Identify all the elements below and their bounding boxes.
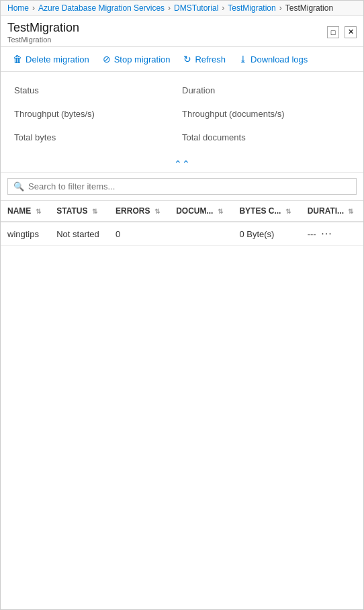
download-logs-button[interactable]: ⤓ Download logs (234, 51, 313, 67)
header-row: NAME ⇅ STATUS ⇅ ERRORS ⇅ DOCUM... (1, 201, 363, 222)
col-duration: DURATI... ⇅ (301, 201, 363, 222)
table-header: NAME ⇅ STATUS ⇅ ERRORS ⇅ DOCUM... (1, 201, 363, 222)
search-input[interactable] (28, 181, 351, 191)
refresh-label: Refresh (195, 54, 226, 64)
breadcrumb-sep-4: › (279, 3, 282, 13)
title-bar: TestMigration TestMigration □ ✕ (1, 16, 363, 47)
cell-duration: --- ··· (301, 222, 363, 246)
search-icon: 🔍 (13, 181, 24, 191)
breadcrumb-sep-1: › (32, 3, 35, 13)
stat-throughput-docs: Throughput (documents/s) (182, 102, 350, 126)
sort-bytes-icon[interactable]: ⇅ (285, 208, 291, 215)
refresh-icon: ↻ (183, 54, 191, 64)
window-controls: □ ✕ (327, 26, 357, 38)
content-area: Status Duration Throughput (bytes/s) Thr… (1, 72, 363, 609)
cell-errors: 0 (109, 222, 169, 246)
delete-migration-button[interactable]: 🗑 Delete migration (7, 51, 95, 67)
stat-status: Status (14, 79, 182, 102)
breadcrumb: Home › Azure Database Migration Services… (1, 1, 363, 16)
col-status: STATUS ⇅ (50, 201, 109, 222)
delete-icon: 🗑 (13, 54, 22, 64)
sort-documents-icon[interactable]: ⇅ (218, 208, 223, 215)
stat-total-docs: Total documents (182, 126, 350, 149)
table-row: wingtips Not started 0 0 Byte(s) --- ··· (1, 222, 363, 246)
row-actions-button[interactable]: ··· (318, 228, 334, 240)
sort-errors-icon[interactable]: ⇅ (154, 208, 160, 215)
title-section: TestMigration TestMigration (7, 20, 79, 44)
col-bytes: BYTES C... ⇅ (232, 201, 300, 222)
download-label: Download logs (251, 54, 308, 64)
toolbar: 🗑 Delete migration ⊘ Stop migration ↻ Re… (1, 47, 363, 72)
table-container: NAME ⇅ STATUS ⇅ ERRORS ⇅ DOCUM... (1, 201, 363, 246)
breadcrumb-home[interactable]: Home (7, 3, 29, 13)
throughput-docs-label: Throughput (documents/s) (182, 109, 284, 119)
migration-table: NAME ⇅ STATUS ⇅ ERRORS ⇅ DOCUM... (1, 201, 363, 246)
col-documents: DOCUM... ⇅ (169, 201, 232, 222)
sort-duration-icon[interactable]: ⇅ (348, 208, 353, 215)
chevron-up-icon: ⌃⌃ (174, 159, 190, 169)
close-button[interactable]: ✕ (345, 26, 357, 38)
breadcrumb-sep-3: › (222, 3, 224, 13)
breadcrumb-sep-2: › (168, 3, 171, 13)
restore-button[interactable]: □ (327, 26, 339, 38)
refresh-button[interactable]: ↻ Refresh (178, 51, 231, 67)
duration-label: Duration (182, 85, 215, 95)
col-name: NAME ⇅ (1, 201, 50, 222)
breadcrumb-dmstutorial[interactable]: DMSTutorial (174, 3, 218, 13)
breadcrumb-dms[interactable]: Azure Database Migration Services (38, 3, 165, 13)
breadcrumb-testmigration-parent[interactable]: TestMigration (228, 3, 275, 13)
stop-icon: ⊘ (103, 54, 111, 64)
stat-total-bytes: Total bytes (14, 126, 182, 149)
cell-status: Not started (50, 222, 109, 246)
cell-documents (169, 222, 232, 246)
cell-bytes: 0 Byte(s) (232, 222, 300, 246)
sort-name-icon[interactable]: ⇅ (36, 208, 41, 215)
table-body: wingtips Not started 0 0 Byte(s) --- ··· (1, 222, 363, 246)
page-title: TestMigration (7, 20, 79, 36)
page-subtitle: TestMigration (7, 36, 79, 44)
stat-throughput-bytes: Throughput (bytes/s) (14, 102, 182, 126)
stop-migration-button[interactable]: ⊘ Stop migration (97, 51, 176, 67)
throughput-bytes-label: Throughput (bytes/s) (14, 109, 95, 119)
cell-name: wingtips (1, 222, 50, 246)
total-bytes-label: Total bytes (14, 132, 56, 142)
stat-duration: Duration (182, 79, 350, 102)
stats-grid: Status Duration Throughput (bytes/s) Thr… (1, 72, 363, 156)
download-icon: ⤓ (239, 54, 247, 64)
status-label: Status (14, 85, 39, 95)
breadcrumb-current: TestMigration (285, 3, 333, 13)
total-docs-label: Total documents (182, 132, 246, 142)
col-errors: ERRORS ⇅ (109, 201, 169, 222)
collapse-button[interactable]: ⌃⌃ (1, 156, 363, 173)
search-wrapper: 🔍 (7, 178, 357, 195)
delete-label: Delete migration (26, 54, 89, 64)
stop-label: Stop migration (114, 54, 171, 64)
sort-status-icon[interactable]: ⇅ (92, 208, 97, 215)
main-window: Home › Azure Database Migration Services… (0, 0, 364, 610)
search-bar: 🔍 (1, 173, 363, 201)
